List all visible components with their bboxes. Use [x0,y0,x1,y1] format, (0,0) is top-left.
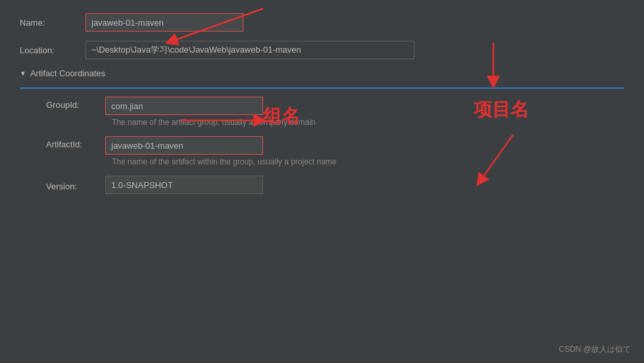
collapse-triangle[interactable]: ▼ [20,70,26,77]
groupid-label: GroupId: [46,97,105,110]
watermark: CSDN @故人は似て [558,344,631,355]
artifactid-content [105,136,263,155]
artifactid-hint: The name of the artifact within the grou… [112,157,624,166]
location-input[interactable] [86,41,414,59]
version-input[interactable] [105,176,263,194]
name-input[interactable] [86,13,243,32]
groupid-content [105,97,263,115]
artifactid-row: ArtifactId: [46,136,624,155]
blue-highlight-line [20,87,624,89]
version-section: Version: [20,176,624,194]
groupid-section: GroupId: The name of the artifact group,… [20,97,624,127]
artifactid-label: ArtifactId: [46,136,105,149]
name-row: Name: [20,13,624,32]
version-label: Version: [46,178,105,191]
name-label: Name: [20,18,86,28]
section-title: Artifact Coordinates [30,68,105,78]
artifactid-section: ArtifactId: The name of the artifact wit… [20,136,624,166]
artifact-coordinates-section: ▼ Artifact Coordinates [20,68,624,78]
location-label: Location: [20,45,86,55]
location-row: Location: [20,41,624,59]
artifactid-input[interactable] [105,136,263,155]
groupid-hint: The name of the artifact group, usually … [112,118,624,127]
groupid-row: GroupId: [46,97,624,115]
groupid-input[interactable] [105,97,263,115]
main-container: Name: Location: ▼ Artifact Coordinates G… [0,0,644,207]
version-row: Version: [46,176,624,194]
